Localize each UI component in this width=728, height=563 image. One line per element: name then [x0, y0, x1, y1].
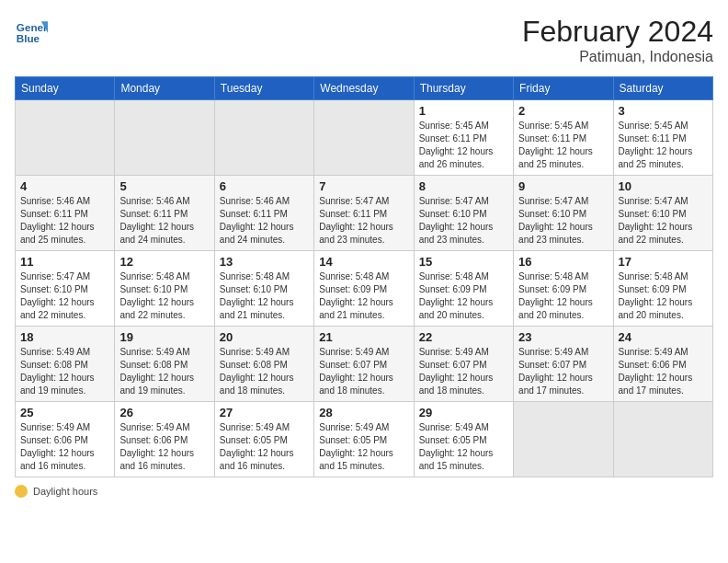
day-info: Sunrise: 5:49 AM Sunset: 6:05 PM Dayligh… [419, 421, 508, 473]
title-block: February 2024 Patimuan, Indonesia [522, 15, 713, 65]
day-info: Sunrise: 5:49 AM Sunset: 6:07 PM Dayligh… [419, 346, 508, 397]
calendar-cell [613, 402, 712, 477]
calendar-cell: 2Sunrise: 5:45 AM Sunset: 6:11 PM Daylig… [514, 100, 613, 176]
day-info: Sunrise: 5:48 AM Sunset: 6:10 PM Dayligh… [119, 270, 209, 322]
day-number: 11 [20, 255, 109, 269]
calendar-cell: 26Sunrise: 5:49 AM Sunset: 6:06 PM Dayli… [115, 402, 214, 477]
day-info: Sunrise: 5:47 AM Sunset: 6:10 PM Dayligh… [20, 270, 109, 322]
day-info: Sunrise: 5:48 AM Sunset: 6:09 PM Dayligh… [518, 270, 608, 322]
footer-note: Daylight hours [33, 486, 97, 497]
day-info: Sunrise: 5:46 AM Sunset: 6:11 PM Dayligh… [20, 195, 109, 247]
calendar-week-row: 25Sunrise: 5:49 AM Sunset: 6:06 PM Dayli… [16, 402, 713, 477]
day-info: Sunrise: 5:49 AM Sunset: 6:07 PM Dayligh… [319, 346, 408, 397]
day-number: 6 [220, 179, 309, 193]
column-header-sunday: Sunday [16, 77, 115, 100]
calendar-cell: 10Sunrise: 5:47 AM Sunset: 6:10 PM Dayli… [613, 176, 712, 251]
calendar-cell: 16Sunrise: 5:48 AM Sunset: 6:09 PM Dayli… [514, 251, 613, 327]
day-info: Sunrise: 5:48 AM Sunset: 6:09 PM Dayligh… [619, 270, 708, 322]
column-header-monday: Monday [115, 77, 214, 100]
day-info: Sunrise: 5:47 AM Sunset: 6:10 PM Dayligh… [619, 195, 708, 247]
calendar-cell: 18Sunrise: 5:49 AM Sunset: 6:08 PM Dayli… [16, 327, 115, 402]
day-number: 26 [119, 406, 209, 419]
page-subtitle: Patimuan, Indonesia [522, 49, 713, 65]
day-number: 8 [419, 179, 508, 193]
calendar-cell: 24Sunrise: 5:49 AM Sunset: 6:06 PM Dayli… [613, 327, 712, 402]
day-info: Sunrise: 5:49 AM Sunset: 6:08 PM Dayligh… [220, 346, 309, 397]
day-number: 3 [619, 104, 708, 118]
day-info: Sunrise: 5:48 AM Sunset: 6:09 PM Dayligh… [419, 270, 508, 322]
calendar-cell: 25Sunrise: 5:49 AM Sunset: 6:06 PM Dayli… [16, 402, 115, 477]
calendar-cell [16, 100, 115, 176]
calendar-cell: 19Sunrise: 5:49 AM Sunset: 6:08 PM Dayli… [115, 327, 214, 402]
calendar-cell: 7Sunrise: 5:47 AM Sunset: 6:11 PM Daylig… [314, 176, 414, 251]
calendar-cell: 5Sunrise: 5:46 AM Sunset: 6:11 PM Daylig… [115, 176, 214, 251]
day-number: 17 [619, 255, 708, 269]
calendar-cell: 29Sunrise: 5:49 AM Sunset: 6:05 PM Dayli… [414, 402, 513, 477]
calendar-cell: 20Sunrise: 5:49 AM Sunset: 6:08 PM Dayli… [214, 327, 313, 402]
day-number: 12 [119, 255, 209, 269]
day-info: Sunrise: 5:49 AM Sunset: 6:08 PM Dayligh… [20, 346, 109, 397]
calendar-cell: 12Sunrise: 5:48 AM Sunset: 6:10 PM Dayli… [115, 251, 214, 327]
day-info: Sunrise: 5:47 AM Sunset: 6:10 PM Dayligh… [419, 195, 508, 247]
day-number: 20 [220, 330, 309, 344]
calendar-cell: 17Sunrise: 5:48 AM Sunset: 6:09 PM Dayli… [613, 251, 712, 327]
day-info: Sunrise: 5:47 AM Sunset: 6:11 PM Dayligh… [319, 195, 408, 247]
calendar-table: SundayMondayTuesdayWednesdayThursdayFrid… [15, 76, 713, 477]
calendar-header-row: SundayMondayTuesdayWednesdayThursdayFrid… [16, 77, 713, 100]
calendar-cell: 21Sunrise: 5:49 AM Sunset: 6:07 PM Dayli… [314, 327, 414, 402]
logo-icon: General Blue [15, 15, 48, 48]
calendar-cell: 27Sunrise: 5:49 AM Sunset: 6:05 PM Dayli… [214, 402, 313, 477]
logo: General Blue [15, 15, 48, 48]
day-info: Sunrise: 5:45 AM Sunset: 6:11 PM Dayligh… [419, 120, 508, 171]
day-number: 1 [419, 104, 508, 118]
calendar-cell: 14Sunrise: 5:48 AM Sunset: 6:09 PM Dayli… [314, 251, 414, 327]
page-title: February 2024 [522, 15, 713, 49]
day-number: 29 [419, 406, 508, 419]
calendar-cell: 23Sunrise: 5:49 AM Sunset: 6:07 PM Dayli… [514, 327, 613, 402]
calendar-cell: 28Sunrise: 5:49 AM Sunset: 6:05 PM Dayli… [314, 402, 414, 477]
column-header-thursday: Thursday [414, 77, 513, 100]
day-number: 18 [20, 330, 109, 344]
day-info: Sunrise: 5:45 AM Sunset: 6:11 PM Dayligh… [518, 120, 608, 171]
column-header-wednesday: Wednesday [314, 77, 414, 100]
day-info: Sunrise: 5:49 AM Sunset: 6:06 PM Dayligh… [20, 421, 109, 473]
day-info: Sunrise: 5:49 AM Sunset: 6:05 PM Dayligh… [220, 421, 309, 473]
day-number: 27 [220, 406, 309, 419]
day-number: 10 [619, 179, 708, 193]
day-number: 9 [518, 179, 608, 193]
calendar-cell [314, 100, 414, 176]
day-info: Sunrise: 5:46 AM Sunset: 6:11 PM Dayligh… [220, 195, 309, 247]
day-info: Sunrise: 5:48 AM Sunset: 6:09 PM Dayligh… [319, 270, 408, 322]
day-number: 2 [518, 104, 608, 118]
calendar-cell [115, 100, 214, 176]
calendar-week-row: 11Sunrise: 5:47 AM Sunset: 6:10 PM Dayli… [16, 251, 713, 327]
day-number: 19 [119, 330, 209, 344]
svg-text:Blue: Blue [17, 32, 40, 44]
day-number: 4 [20, 179, 109, 193]
day-info: Sunrise: 5:49 AM Sunset: 6:06 PM Dayligh… [119, 421, 209, 473]
day-info: Sunrise: 5:49 AM Sunset: 6:08 PM Dayligh… [119, 346, 209, 397]
calendar-week-row: 18Sunrise: 5:49 AM Sunset: 6:08 PM Dayli… [16, 327, 713, 402]
day-info: Sunrise: 5:49 AM Sunset: 6:06 PM Dayligh… [619, 346, 708, 397]
calendar-cell: 4Sunrise: 5:46 AM Sunset: 6:11 PM Daylig… [16, 176, 115, 251]
calendar-cell: 8Sunrise: 5:47 AM Sunset: 6:10 PM Daylig… [414, 176, 513, 251]
sun-icon [15, 485, 28, 498]
day-number: 7 [319, 179, 408, 193]
calendar-cell: 9Sunrise: 5:47 AM Sunset: 6:10 PM Daylig… [514, 176, 613, 251]
day-number: 24 [619, 330, 708, 344]
calendar-cell: 3Sunrise: 5:45 AM Sunset: 6:11 PM Daylig… [613, 100, 712, 176]
column-header-friday: Friday [514, 77, 613, 100]
day-number: 28 [319, 406, 408, 419]
day-number: 15 [419, 255, 508, 269]
calendar-cell [514, 402, 613, 477]
calendar-week-row: 4Sunrise: 5:46 AM Sunset: 6:11 PM Daylig… [16, 176, 713, 251]
calendar-week-row: 1Sunrise: 5:45 AM Sunset: 6:11 PM Daylig… [16, 100, 713, 176]
day-info: Sunrise: 5:45 AM Sunset: 6:11 PM Dayligh… [619, 120, 708, 171]
day-info: Sunrise: 5:49 AM Sunset: 6:05 PM Dayligh… [319, 421, 408, 473]
day-number: 21 [319, 330, 408, 344]
footer: Daylight hours [15, 485, 713, 498]
calendar-cell: 6Sunrise: 5:46 AM Sunset: 6:11 PM Daylig… [214, 176, 313, 251]
day-info: Sunrise: 5:46 AM Sunset: 6:11 PM Dayligh… [119, 195, 209, 247]
calendar-cell: 13Sunrise: 5:48 AM Sunset: 6:10 PM Dayli… [214, 251, 313, 327]
calendar-cell: 22Sunrise: 5:49 AM Sunset: 6:07 PM Dayli… [414, 327, 513, 402]
